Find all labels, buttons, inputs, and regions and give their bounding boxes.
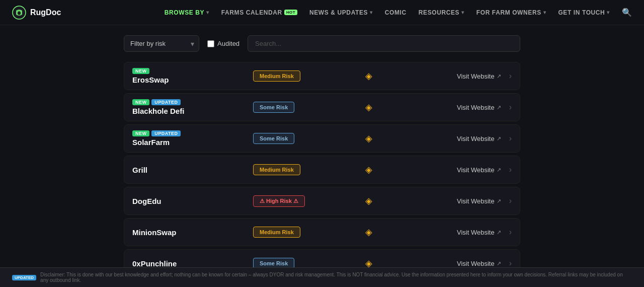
farm-risk: Medium Risk: [253, 164, 344, 175]
updated-badge: UPDATED: [151, 99, 181, 105]
new-badge: NEW: [132, 68, 149, 74]
visit-label: Visit Website: [457, 197, 495, 205]
risk-filter-select[interactable]: Filter by risk Low Risk Some Risk Medium…: [124, 35, 199, 52]
chevron-right-icon: ›: [509, 103, 512, 112]
nav-news-updates[interactable]: NEWS & UPDATES ▾: [309, 9, 373, 16]
audited-filter-label[interactable]: Audited: [207, 40, 239, 47]
chevron-right-icon: ›: [509, 165, 512, 174]
diamond-shape: ◈: [365, 195, 372, 206]
external-link-icon: ↗: [497, 104, 501, 111]
nav-for-farm-owners[interactable]: FOR FARM OWNERS ▾: [476, 9, 546, 16]
farm-name: MinionSwap: [132, 228, 253, 237]
farm-row[interactable]: GrillMedium Risk◈ Visit Website ↗ ›: [124, 156, 520, 184]
new-badge: NEW: [132, 130, 149, 136]
chevron-right-icon: ›: [509, 134, 512, 143]
chevron-down-icon: ▾: [206, 10, 209, 15]
farm-row[interactable]: NEWErosSwapMedium Risk◈ Visit Website ↗ …: [124, 62, 520, 90]
disclaimer-bar: UPDATED Disclaimer: This is done with ou…: [0, 267, 644, 287]
farm-name: SolarFarm: [132, 138, 253, 147]
farm-name: Grill: [132, 166, 253, 174]
farm-visit: Visit Website ↗ ›: [394, 259, 512, 268]
diamond-icon: ◈: [344, 102, 394, 113]
diamond-shape: ◈: [365, 70, 372, 82]
farm-badges: NEWUPDATED: [132, 130, 253, 136]
farm-visit: Visit Website ↗ ›: [394, 165, 512, 174]
visit-label: Visit Website: [457, 104, 495, 111]
diamond-icon: ◈: [344, 195, 394, 206]
farm-row[interactable]: DogEdu⚠ High Risk ⚠◈ Visit Website ↗ ›: [124, 187, 520, 215]
visit-website-link[interactable]: Visit Website ↗: [457, 104, 501, 111]
farm-name: ErosSwap: [132, 76, 253, 84]
farm-row[interactable]: NEWUPDATEDBlackhole DefiSome Risk◈ Visit…: [124, 93, 520, 121]
chevron-right-icon: ›: [509, 196, 512, 205]
farm-visit: Visit Website ↗ ›: [394, 228, 512, 237]
external-link-icon: ↗: [497, 167, 501, 173]
diamond-icon: ◈: [344, 227, 394, 238]
farm-info: 0xPunchline: [132, 259, 253, 268]
farm-info: Grill: [132, 166, 253, 174]
visit-website-link[interactable]: Visit Website ↗: [457, 229, 501, 236]
updated-badge: UPDATED: [12, 275, 36, 280]
farm-visit: Visit Website ↗ ›: [394, 134, 512, 143]
farm-name: Blackhole Defi: [132, 107, 253, 115]
logo-icon: [12, 6, 26, 20]
farm-list: NEWErosSwapMedium Risk◈ Visit Website ↗ …: [124, 62, 520, 277]
farm-badges: NEWUPDATED: [132, 99, 253, 105]
farm-info: NEWErosSwap: [132, 68, 253, 84]
external-link-icon: ↗: [497, 229, 501, 236]
farm-info: NEWUPDATEDBlackhole Defi: [132, 99, 253, 115]
diamond-shape: ◈: [365, 164, 372, 175]
visit-website-link[interactable]: Visit Website ↗: [457, 197, 501, 205]
nav-farms-calendar[interactable]: FARMS CALENDAR HOT: [221, 9, 297, 16]
farm-visit: Visit Website ↗ ›: [394, 71, 512, 81]
search-input[interactable]: [248, 35, 520, 52]
farm-risk: Some Risk: [253, 133, 344, 144]
chevron-right-icon: ›: [509, 259, 512, 268]
farm-row[interactable]: MinionSwapMedium Risk◈ Visit Website ↗ ›: [124, 218, 520, 246]
chevron-down-icon: ▾: [370, 10, 373, 15]
logo[interactable]: RugDoc: [12, 6, 61, 20]
audited-checkbox[interactable]: [207, 40, 214, 47]
audited-label-text: Audited: [217, 40, 239, 47]
diamond-shape: ◈: [365, 102, 372, 113]
risk-filter-wrap: Filter by risk Low Risk Some Risk Medium…: [124, 35, 199, 52]
farm-risk: Medium Risk: [253, 227, 344, 238]
visit-website-link[interactable]: Visit Website ↗: [457, 260, 501, 267]
main-content: Filter by risk Low Risk Some Risk Medium…: [116, 25, 528, 287]
farm-badges: NEW: [132, 68, 253, 74]
farm-row[interactable]: NEWUPDATEDSolarFarmSome Risk◈ Visit Webs…: [124, 124, 520, 153]
diamond-shape: ◈: [365, 133, 372, 144]
nav-browse-by[interactable]: BROWSE BY ▾: [165, 9, 209, 16]
chevron-right-icon: ›: [509, 228, 512, 237]
diamond-icon: ◈: [344, 70, 394, 82]
risk-badge: ⚠ High Risk ⚠: [253, 195, 305, 207]
farm-info: MinionSwap: [132, 228, 253, 237]
visit-website-link[interactable]: Visit Website ↗: [457, 166, 501, 174]
chevron-down-icon: ▾: [543, 10, 546, 15]
farm-info: NEWUPDATEDSolarFarm: [132, 130, 253, 147]
chevron-down-icon: ▾: [461, 10, 464, 15]
risk-badge: Medium Risk: [253, 227, 300, 238]
external-link-icon: ↗: [497, 135, 501, 142]
external-link-icon: ↗: [497, 260, 501, 267]
nav-resources[interactable]: RESOURCES ▾: [419, 9, 464, 16]
visit-website-link[interactable]: Visit Website ↗: [457, 135, 501, 142]
external-link-icon: ↗: [497, 73, 501, 80]
chevron-down-icon: ▾: [607, 10, 610, 15]
search-icon[interactable]: 🔍: [622, 8, 632, 17]
farm-risk: Some Risk: [253, 102, 344, 113]
farm-risk: ⚠ High Risk ⚠: [253, 195, 344, 207]
hot-badge: HOT: [284, 10, 297, 15]
risk-badge: Some Risk: [253, 102, 294, 113]
visit-website-link[interactable]: Visit Website ↗: [457, 73, 501, 80]
visit-label: Visit Website: [457, 229, 495, 236]
risk-badge: Medium Risk: [253, 70, 300, 82]
nav-comic[interactable]: COMIC: [385, 9, 407, 16]
risk-badge: Some Risk: [253, 133, 294, 144]
nav-get-in-touch[interactable]: GET IN TOUCH ▾: [558, 9, 610, 16]
farm-visit: Visit Website ↗ ›: [394, 196, 512, 205]
visit-label: Visit Website: [457, 135, 495, 142]
diamond-icon: ◈: [344, 164, 394, 175]
diamond-icon: ◈: [344, 133, 394, 144]
farm-info: DogEdu: [132, 197, 253, 205]
